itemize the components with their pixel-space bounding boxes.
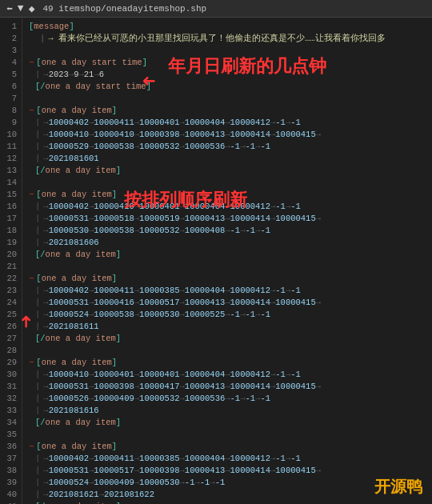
code-line — [29, 429, 426, 441]
code-line: |→ 10000402 → 10000411 → 10000385 → 1000… — [29, 453, 426, 465]
code-line — [29, 177, 426, 189]
code-line: [/one a day item] — [29, 501, 426, 504]
code-line: −[one a day item] — [29, 441, 426, 453]
dropdown-icon[interactable]: ▼ — [18, 2, 24, 14]
code-line: [message] — [29, 21, 426, 33]
back-icon[interactable]: ⬅ — [6, 2, 13, 15]
code-line: |→ 10000530 → 10000538 → 10000532 → 1000… — [29, 225, 426, 237]
code-line: |→ 10000531 → 10000398 → 10000417 → 1000… — [29, 381, 426, 393]
code-line: |→ 10000531 → 10000518 → 10000519 → 1000… — [29, 213, 426, 225]
toolbar-icons: ⬅ ▼ ◆ — [6, 2, 34, 15]
code-line: |→ 10000402 → 10000411 → 10000401 → 1000… — [29, 117, 426, 129]
code-line: |→ 10000402 → 10000410 → 10000401 → 1000… — [29, 201, 426, 213]
code-line: [/one a day item] — [29, 417, 426, 429]
code-line: −[one a day start time] — [29, 57, 426, 69]
code-line: −[one a day item] — [29, 105, 426, 117]
code-line: |→ 10000402 → 10000411 → 10000385 → 1000… — [29, 285, 426, 297]
code-line: |→ 2023 → 9 → 21 → 6 — [29, 69, 426, 81]
code-line: |→ 10000531 → 10000517 → 10000398 → 1000… — [29, 465, 426, 477]
code-line: |→ 2021081606 — [29, 237, 426, 249]
code-line — [29, 45, 426, 57]
code-line: |→ 看来你已经从可恶的小丑那里找回玩具了！他偷走的还真是不少……让我看着你找回… — [29, 33, 426, 45]
tab-label: 49 itemshop/oneadayitemshop.shp — [42, 4, 206, 14]
code-line: |→ 10000410 → 10000410 → 10000398 → 1000… — [29, 129, 426, 141]
code-line: |→ 10000524 → 10000409 → 10000530 → -1 →… — [29, 477, 426, 489]
code-line: −[one a day item] — [29, 189, 426, 201]
code-content: [message]|→ 看来你已经从可恶的小丑那里找回玩具了！他偷走的还真是不少… — [22, 18, 432, 504]
code-line: [/one a day item] — [29, 333, 426, 345]
code-line: |→ 2021081621 → 2021081622 — [29, 489, 426, 501]
code-line: [/one a day item] — [29, 249, 426, 261]
code-line: [/one a day start time] — [29, 81, 426, 93]
code-line: [/one a day item] — [29, 165, 426, 177]
code-line — [29, 261, 426, 273]
code-line — [29, 93, 426, 105]
code-line: |→ 2021081601 — [29, 153, 426, 165]
editor-area: 1234567891011121314151617181920212223242… — [0, 18, 432, 504]
fold-toggle[interactable]: − — [29, 273, 34, 285]
fold-toggle[interactable]: − — [29, 105, 34, 117]
code-line: |→ 10000410 → 10000401 → 10000401 → 1000… — [29, 369, 426, 381]
code-line: −[one a day item] — [29, 273, 426, 285]
fold-toggle[interactable]: − — [29, 357, 34, 369]
code-line: |→ 10000526 → 10000409 → 10000532 → 1000… — [29, 393, 426, 405]
code-line: −[one a day item] — [29, 357, 426, 369]
code-line: |→ 10000529 → 10000538 → 10000532 → 1000… — [29, 141, 426, 153]
fold-toggle[interactable]: − — [29, 189, 34, 201]
code-line: |→ 10000524 → 10000538 → 10000530 → 1000… — [29, 309, 426, 321]
fold-toggle[interactable]: − — [29, 441, 34, 453]
code-line: |→ 2021081611 — [29, 321, 426, 333]
code-line — [29, 345, 426, 357]
fold-toggle[interactable]: − — [29, 57, 34, 69]
diamond-icon: ◆ — [29, 2, 35, 15]
title-bar: ⬅ ▼ ◆ 49 itemshop/oneadayitemshop.shp — [0, 0, 432, 18]
line-numbers: 1234567891011121314151617181920212223242… — [0, 18, 22, 504]
code-line: |→ 10000531 → 10000416 → 10000517 → 1000… — [29, 297, 426, 309]
code-line: |→ 2021081616 — [29, 405, 426, 417]
